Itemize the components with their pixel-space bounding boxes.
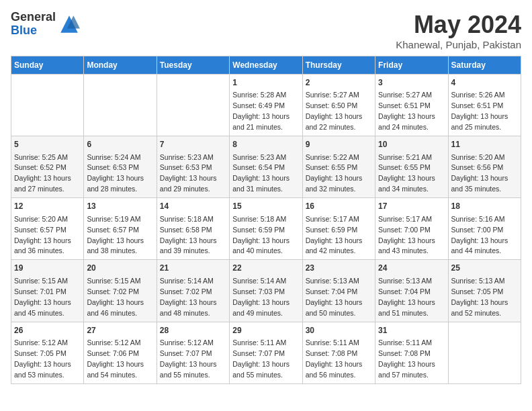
day-cell: 6Sunrise: 5:24 AM Sunset: 6:53 PM Daylig…: [84, 136, 157, 198]
day-cell: [11, 75, 84, 136]
day-cell: 2Sunrise: 5:27 AM Sunset: 6:50 PM Daylig…: [302, 75, 375, 136]
day-info: Sunrise: 5:20 AM Sunset: 6:56 PM Dayligh…: [451, 153, 508, 193]
day-info: Sunrise: 5:17 AM Sunset: 6:59 PM Dayligh…: [306, 215, 363, 255]
week-row-2: 12Sunrise: 5:20 AM Sunset: 6:57 PM Dayli…: [11, 198, 521, 260]
day-cell: 28Sunrise: 5:12 AM Sunset: 7:07 PM Dayli…: [157, 322, 229, 383]
day-number: 23: [306, 263, 372, 274]
day-cell: 1Sunrise: 5:28 AM Sunset: 6:49 PM Daylig…: [230, 75, 302, 136]
day-info: Sunrise: 5:14 AM Sunset: 7:03 PM Dayligh…: [232, 277, 290, 317]
header-friday: Friday: [375, 56, 448, 75]
day-cell: 13Sunrise: 5:19 AM Sunset: 6:57 PM Dayli…: [84, 198, 157, 260]
day-cell: 31Sunrise: 5:11 AM Sunset: 7:08 PM Dayli…: [375, 322, 448, 383]
day-number: 18: [451, 201, 518, 212]
day-info: Sunrise: 5:18 AM Sunset: 6:58 PM Dayligh…: [160, 215, 217, 255]
logo-icon: [58, 13, 80, 35]
day-cell: 11Sunrise: 5:20 AM Sunset: 6:56 PM Dayli…: [448, 136, 521, 198]
day-number: 24: [378, 263, 445, 274]
day-cell: 9Sunrise: 5:22 AM Sunset: 6:55 PM Daylig…: [302, 136, 375, 198]
day-cell: 25Sunrise: 5:13 AM Sunset: 7:05 PM Dayli…: [448, 260, 521, 322]
day-info: Sunrise: 5:11 AM Sunset: 7:08 PM Dayligh…: [378, 338, 435, 379]
day-cell: 23Sunrise: 5:13 AM Sunset: 7:04 PM Dayli…: [302, 260, 375, 322]
day-cell: 22Sunrise: 5:14 AM Sunset: 7:03 PM Dayli…: [230, 260, 302, 322]
day-number: 10: [378, 139, 445, 150]
day-cell: 16Sunrise: 5:17 AM Sunset: 6:59 PM Dayli…: [302, 198, 375, 260]
day-number: 21: [160, 263, 226, 274]
day-number: 6: [87, 139, 153, 150]
calendar-table: SundayMondayTuesdayWednesdayThursdayFrid…: [11, 56, 521, 384]
day-number: 16: [306, 201, 372, 212]
day-cell: 17Sunrise: 5:17 AM Sunset: 7:00 PM Dayli…: [375, 198, 448, 260]
day-info: Sunrise: 5:15 AM Sunset: 7:02 PM Dayligh…: [87, 277, 144, 317]
day-number: 31: [378, 325, 445, 336]
day-cell: 24Sunrise: 5:13 AM Sunset: 7:04 PM Dayli…: [375, 260, 448, 322]
day-cell: 3Sunrise: 5:27 AM Sunset: 6:51 PM Daylig…: [375, 75, 448, 136]
day-cell: 7Sunrise: 5:23 AM Sunset: 6:53 PM Daylig…: [157, 136, 229, 198]
header-wednesday: Wednesday: [230, 56, 302, 75]
page-header: General Blue May 2024 Khanewal, Punjab, …: [11, 11, 521, 50]
day-cell: 30Sunrise: 5:11 AM Sunset: 7:08 PM Dayli…: [302, 322, 375, 383]
day-cell: [448, 322, 521, 383]
day-info: Sunrise: 5:18 AM Sunset: 6:59 PM Dayligh…: [232, 215, 290, 255]
day-number: 28: [160, 325, 226, 336]
day-number: 5: [14, 139, 81, 150]
calendar-header: SundayMondayTuesdayWednesdayThursdayFrid…: [11, 56, 521, 75]
header-saturday: Saturday: [448, 56, 521, 75]
day-info: Sunrise: 5:27 AM Sunset: 6:51 PM Dayligh…: [378, 91, 435, 131]
title-block: May 2024 Khanewal, Punjab, Pakistan: [396, 11, 521, 50]
day-cell: 27Sunrise: 5:12 AM Sunset: 7:06 PM Dayli…: [84, 322, 157, 383]
week-row-1: 5Sunrise: 5:25 AM Sunset: 6:52 PM Daylig…: [11, 136, 521, 198]
day-cell: 10Sunrise: 5:21 AM Sunset: 6:55 PM Dayli…: [375, 136, 448, 198]
day-cell: 5Sunrise: 5:25 AM Sunset: 6:52 PM Daylig…: [11, 136, 84, 198]
day-number: 20: [87, 263, 153, 274]
day-cell: 18Sunrise: 5:16 AM Sunset: 7:00 PM Dayli…: [448, 198, 521, 260]
day-number: 1: [232, 77, 299, 89]
header-tuesday: Tuesday: [157, 56, 229, 75]
day-cell: [157, 75, 229, 136]
day-cell: 19Sunrise: 5:15 AM Sunset: 7:01 PM Dayli…: [11, 260, 84, 322]
day-cell: 14Sunrise: 5:18 AM Sunset: 6:58 PM Dayli…: [157, 198, 229, 260]
day-info: Sunrise: 5:22 AM Sunset: 6:55 PM Dayligh…: [306, 153, 363, 193]
day-cell: 29Sunrise: 5:11 AM Sunset: 7:07 PM Dayli…: [230, 322, 302, 383]
day-number: 30: [306, 325, 372, 336]
week-row-0: 1Sunrise: 5:28 AM Sunset: 6:49 PM Daylig…: [11, 75, 521, 136]
day-info: Sunrise: 5:16 AM Sunset: 7:00 PM Dayligh…: [451, 215, 508, 255]
day-number: 3: [378, 77, 445, 89]
location: Khanewal, Punjab, Pakistan: [396, 39, 521, 50]
day-info: Sunrise: 5:13 AM Sunset: 7:04 PM Dayligh…: [306, 277, 363, 317]
day-number: 17: [378, 201, 445, 212]
day-number: 8: [232, 139, 299, 150]
day-number: 2: [306, 77, 372, 89]
logo-general: General: [11, 11, 56, 24]
day-info: Sunrise: 5:11 AM Sunset: 7:07 PM Dayligh…: [232, 338, 290, 379]
day-info: Sunrise: 5:14 AM Sunset: 7:02 PM Dayligh…: [160, 277, 217, 317]
day-number: 29: [232, 325, 299, 336]
day-number: 26: [14, 325, 81, 336]
day-number: 27: [87, 325, 153, 336]
day-info: Sunrise: 5:26 AM Sunset: 6:51 PM Dayligh…: [451, 91, 508, 131]
day-info: Sunrise: 5:13 AM Sunset: 7:04 PM Dayligh…: [378, 277, 435, 317]
day-info: Sunrise: 5:11 AM Sunset: 7:08 PM Dayligh…: [306, 338, 363, 379]
day-info: Sunrise: 5:20 AM Sunset: 6:57 PM Dayligh…: [14, 215, 71, 255]
day-cell: 8Sunrise: 5:23 AM Sunset: 6:54 PM Daylig…: [230, 136, 302, 198]
day-number: 4: [451, 77, 518, 89]
day-info: Sunrise: 5:17 AM Sunset: 7:00 PM Dayligh…: [378, 215, 435, 255]
day-cell: [84, 75, 157, 136]
day-cell: 21Sunrise: 5:14 AM Sunset: 7:02 PM Dayli…: [157, 260, 229, 322]
day-info: Sunrise: 5:23 AM Sunset: 6:53 PM Dayligh…: [160, 153, 217, 193]
day-number: 22: [232, 263, 299, 274]
header-monday: Monday: [84, 56, 157, 75]
day-info: Sunrise: 5:12 AM Sunset: 7:06 PM Dayligh…: [87, 338, 144, 379]
day-info: Sunrise: 5:19 AM Sunset: 6:57 PM Dayligh…: [87, 215, 144, 255]
day-info: Sunrise: 5:23 AM Sunset: 6:54 PM Dayligh…: [232, 153, 290, 193]
day-number: 9: [306, 139, 372, 150]
day-info: Sunrise: 5:12 AM Sunset: 7:07 PM Dayligh…: [160, 338, 217, 379]
day-number: 13: [87, 201, 153, 212]
day-number: 25: [451, 263, 518, 274]
day-cell: 20Sunrise: 5:15 AM Sunset: 7:02 PM Dayli…: [84, 260, 157, 322]
day-cell: 12Sunrise: 5:20 AM Sunset: 6:57 PM Dayli…: [11, 198, 84, 260]
day-cell: 4Sunrise: 5:26 AM Sunset: 6:51 PM Daylig…: [448, 75, 521, 136]
header-sunday: Sunday: [11, 56, 84, 75]
month-title: May 2024: [396, 11, 521, 39]
day-number: 12: [14, 201, 81, 212]
calendar-body: 1Sunrise: 5:28 AM Sunset: 6:49 PM Daylig…: [11, 75, 521, 384]
